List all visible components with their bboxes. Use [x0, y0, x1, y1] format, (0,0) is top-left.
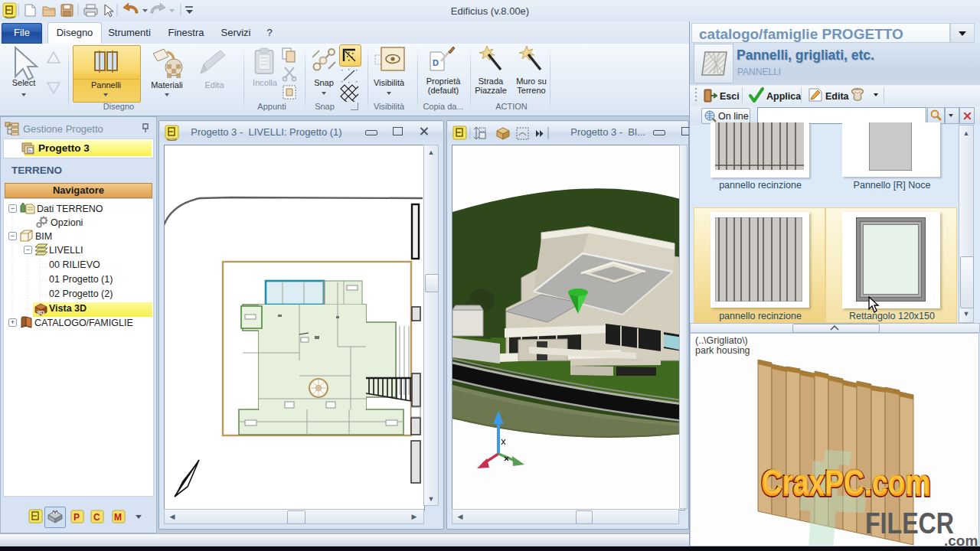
svg-text:CraxPC.com: CraxPC.com — [763, 461, 929, 501]
svg-text:FILECR: FILECR — [865, 507, 954, 540]
svg-text:M: M — [114, 512, 122, 523]
svg-text:h: h — [29, 148, 31, 153]
svg-text:D: D — [433, 58, 439, 67]
svg-text:C: C — [93, 512, 100, 523]
svg-text:.com: .com — [944, 533, 978, 546]
svg-text:P: P — [74, 512, 80, 523]
svg-text:3D: 3D — [37, 309, 44, 316]
